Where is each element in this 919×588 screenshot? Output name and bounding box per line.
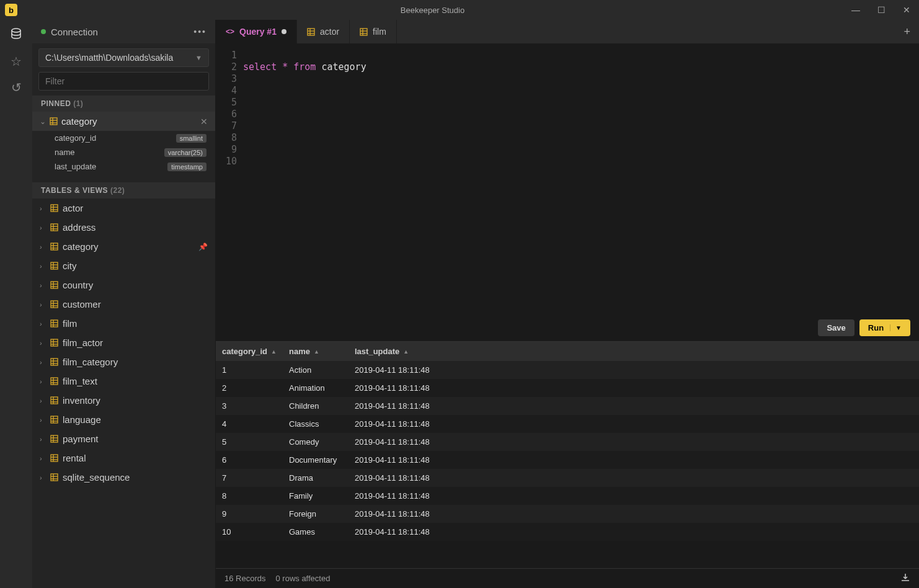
table-row[interactable]: 2Animation2019-04-11 18:11:48 <box>216 379 919 397</box>
sort-icon: ▲ <box>314 349 319 355</box>
cell: Classics <box>283 415 349 433</box>
sidebar-header-label: Connection <box>51 27 193 37</box>
maximize-button[interactable]: ☐ <box>874 5 889 15</box>
record-count: 16 Records <box>224 574 265 583</box>
table-row[interactable]: 3Children2019-04-11 18:11:48 <box>216 397 919 415</box>
svg-rect-9 <box>51 224 58 231</box>
download-icon[interactable] <box>900 572 910 584</box>
cell: 2019-04-11 18:11:48 <box>349 397 919 415</box>
column-header[interactable]: name▲ <box>283 342 349 361</box>
save-button[interactable]: Save <box>818 319 854 336</box>
column-header[interactable]: last_update▲ <box>349 342 919 361</box>
tab-table[interactable]: actor <box>297 20 350 43</box>
chevron-right-icon: › <box>40 474 46 481</box>
table-item[interactable]: ›actor📌 <box>32 198 215 218</box>
cell: 2019-04-11 18:11:48 <box>349 361 919 379</box>
table-item[interactable]: ›language📌 <box>32 410 215 429</box>
run-button[interactable]: Run ▼ <box>859 319 910 336</box>
column-row[interactable]: last_updatetimestamp <box>32 159 215 174</box>
svg-rect-53 <box>51 435 58 442</box>
table-item[interactable]: ›film_category📌 <box>32 352 215 372</box>
column-row[interactable]: namevarchar(25) <box>32 145 215 159</box>
table-icon <box>50 204 58 212</box>
table-item[interactable]: ›rental📌 <box>32 448 215 468</box>
svg-rect-69 <box>360 29 367 35</box>
results-header: category_id▲name▲last_update▲ <box>216 342 919 361</box>
chevron-right-icon: › <box>40 455 46 462</box>
table-row[interactable]: 10Games2019-04-11 18:11:48 <box>216 523 919 541</box>
cell: Animation <box>283 379 349 397</box>
table-name: film <box>63 318 194 329</box>
tab-label: Query #1 <box>239 27 277 37</box>
results-body[interactable]: 1Action2019-04-11 18:11:482Animation2019… <box>216 361 919 568</box>
chevron-right-icon: › <box>40 262 46 270</box>
cell: 6 <box>216 451 283 469</box>
close-button[interactable]: ✕ <box>899 5 914 15</box>
table-row[interactable]: 8Family2019-04-11 18:11:48 <box>216 487 919 505</box>
connection-status-icon <box>41 29 46 34</box>
table-item[interactable]: ›customer📌 <box>32 295 215 314</box>
run-dropdown-icon[interactable]: ▼ <box>890 324 902 331</box>
cell: Action <box>283 361 349 379</box>
table-name: payment <box>63 434 194 444</box>
cell: 2019-04-11 18:11:48 <box>349 451 919 469</box>
column-name: name <box>55 148 164 157</box>
sql-editor[interactable]: 12345678910 select * from category <box>216 43 919 314</box>
table-row[interactable]: 6Documentary2019-04-11 18:11:48 <box>216 451 919 469</box>
code-area[interactable]: select * from category <box>243 50 919 314</box>
table-row[interactable]: 9Foreign2019-04-11 18:11:48 <box>216 505 919 523</box>
minimize-button[interactable]: — <box>848 5 864 15</box>
svg-rect-49 <box>51 416 58 423</box>
svg-rect-61 <box>51 474 58 481</box>
svg-rect-45 <box>51 397 58 404</box>
svg-rect-41 <box>51 378 58 385</box>
table-name: film_category <box>63 357 194 367</box>
cell: Children <box>283 397 349 415</box>
table-item[interactable]: ›address📌 <box>32 218 215 237</box>
connection-select[interactable]: C:\Users\matth\Downloads\sakila ▼ <box>38 48 209 67</box>
table-item[interactable]: ›sqlite_sequence📌 <box>32 468 215 487</box>
table-row[interactable]: 4Classics2019-04-11 18:11:48 <box>216 415 919 433</box>
tab-label: film <box>373 27 386 37</box>
table-icon <box>50 223 58 231</box>
sidebar-menu-button[interactable]: ••• <box>193 27 206 37</box>
chevron-right-icon: › <box>40 416 46 424</box>
star-icon[interactable]: ☆ <box>11 54 22 69</box>
cell: 9 <box>216 505 283 523</box>
history-icon[interactable]: ↺ <box>11 80 22 95</box>
table-icon <box>307 28 315 36</box>
filter-input[interactable] <box>38 72 209 91</box>
table-item[interactable]: ›country📌 <box>32 275 215 295</box>
column-type: timestamp <box>167 163 206 171</box>
table-item[interactable]: ›film_text📌 <box>32 372 215 391</box>
table-icon <box>50 243 58 251</box>
table-icon <box>50 473 58 481</box>
table-item[interactable]: ›category📌 <box>32 237 215 256</box>
table-row[interactable]: 7Drama2019-04-11 18:11:48 <box>216 469 919 487</box>
tab-query[interactable]: <>Query #1 <box>216 20 297 43</box>
table-item[interactable]: ›city📌 <box>32 256 215 275</box>
svg-point-0 <box>12 29 20 32</box>
column-header[interactable]: category_id▲ <box>216 342 283 361</box>
unpin-button[interactable]: ✕ <box>200 117 208 127</box>
database-icon[interactable] <box>10 27 22 43</box>
table-item[interactable]: ›film📌 <box>32 314 215 333</box>
table-row[interactable]: 5Comedy2019-04-11 18:11:48 <box>216 433 919 451</box>
table-item[interactable]: ›inventory📌 <box>32 391 215 410</box>
tab-table[interactable]: film <box>350 20 397 43</box>
icon-rail: ☆ ↺ <box>0 20 32 588</box>
pin-icon[interactable]: 📌 <box>198 243 208 251</box>
svg-rect-29 <box>51 320 58 327</box>
table-row[interactable]: 1Action2019-04-11 18:11:48 <box>216 361 919 379</box>
chevron-right-icon: › <box>40 359 46 366</box>
table-icon <box>50 377 58 385</box>
column-row[interactable]: category_idsmallint <box>32 131 215 145</box>
chevron-right-icon: › <box>40 243 46 251</box>
pinned-table-item[interactable]: ⌄ category ✕ <box>32 112 215 131</box>
table-item[interactable]: ›payment📌 <box>32 429 215 448</box>
table-item[interactable]: ›film_actor📌 <box>32 333 215 352</box>
add-tab-button[interactable]: + <box>895 20 919 43</box>
column-type: smallint <box>176 134 206 143</box>
chevron-right-icon: › <box>40 301 46 308</box>
table-name: film_actor <box>63 337 194 348</box>
